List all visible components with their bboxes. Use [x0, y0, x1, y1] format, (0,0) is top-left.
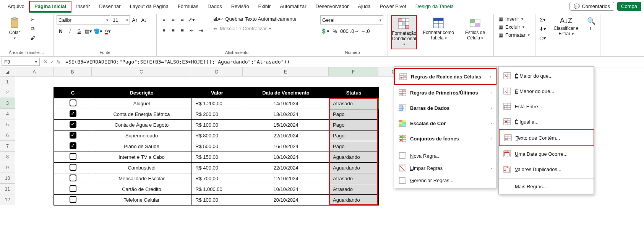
menu-item-limpar-regras[interactable]: Limpar Regras› [394, 162, 496, 174]
tab-design-da-tabela[interactable]: Design da Tabela [411, 2, 458, 11]
formula-input[interactable]: =SE(B3=VERDADEIRO;"Pago";SE(E(B3=FALSO;E… [63, 58, 644, 65]
cell-valor[interactable]: R$ 100,00 [191, 195, 243, 205]
select-all-corner[interactable]: ◢ [0, 67, 15, 77]
tab-revis-o[interactable]: Revisão [227, 2, 254, 11]
enter-formula-button[interactable]: ✓ [50, 59, 54, 65]
conditional-formatting-button[interactable]: Formatação Condicional ▾ [391, 15, 417, 49]
row-header-1[interactable]: 1 [0, 77, 15, 87]
tab-desenvolvedor[interactable]: Desenvolvedor [311, 2, 354, 11]
col-header-F[interactable]: F [329, 67, 378, 77]
cell-valor[interactable]: R$ 700,00 [191, 173, 243, 184]
row-header-5[interactable]: 5 [0, 119, 15, 130]
menu-item-gerenciar-regras...[interactable]: Gerenciar Regras... [394, 174, 496, 186]
align-center-button[interactable]: ≡ [169, 26, 177, 34]
cell-vencimento[interactable]: 13/10/2024 [243, 109, 329, 120]
copy-button[interactable]: ⧉ [28, 24, 37, 33]
row-header-10[interactable]: 10 [0, 173, 15, 184]
cell-desc[interactable]: Conta de Água e Esgoto [92, 120, 191, 130]
cell-status[interactable]: Pago [329, 120, 379, 130]
cell-desc[interactable]: Aluguel [92, 98, 191, 109]
underline-button[interactable]: S [75, 27, 83, 35]
tab-p-gina-inicial[interactable]: Página Inicial [29, 1, 71, 13]
menu-item-uma-data-que-ocorre-[interactable]: Uma Data que Ocorre... [499, 146, 594, 161]
row-header-6[interactable]: 6 [0, 130, 15, 141]
cell-vencimento[interactable]: 22/10/2024 [243, 163, 329, 173]
name-box[interactable]: F3▾ [2, 58, 40, 66]
cell-vencimento[interactable]: 14/10/2024 [243, 98, 329, 109]
cell-vencimento[interactable]: 20/10/2024 [243, 195, 329, 205]
checkbox[interactable] [70, 142, 76, 149]
borders-button[interactable]: ▦▾ [84, 27, 92, 35]
menu-item--menor-do-que-[interactable]: <É Menor do que... [499, 83, 594, 99]
cell-styles-button[interactable]: Estilos de Célula ▾ [460, 15, 490, 42]
cell-desc[interactable]: Mensalidade Escolar [92, 173, 191, 184]
row-header-11[interactable]: 11 [0, 184, 15, 194]
menu-item-texto-que-cont-m-[interactable]: abTexto que Contém... [499, 129, 594, 146]
cut-button[interactable]: ✂ [28, 15, 37, 24]
menu-item-nova-regra...[interactable]: Nova Regra... [394, 150, 496, 162]
checkbox[interactable] [70, 132, 76, 139]
menu-item--igual-a-[interactable]: =É Igual a... [499, 114, 594, 129]
cell-status[interactable]: Aguardando [329, 163, 379, 173]
font-size-combo[interactable]: 11▾ [111, 15, 130, 24]
checkbox[interactable] [70, 175, 76, 181]
menu-item-conjuntos-de-cones[interactable]: Conjuntos de Ícones› [394, 131, 496, 146]
cell-valor[interactable]: R$ 1.000,00 [191, 184, 243, 195]
checkbox[interactable] [70, 99, 76, 106]
italic-button[interactable]: I [66, 27, 74, 35]
checkbox[interactable] [70, 185, 76, 192]
checkbox[interactable] [70, 164, 76, 171]
menu-item--maior-do-que-[interactable]: >É Maior do que... [499, 68, 594, 83]
col-header-D[interactable]: D [191, 67, 243, 77]
align-bottom-button[interactable]: ≡ [178, 15, 187, 24]
cell-valor[interactable]: R$ 400,00 [191, 163, 243, 173]
format-painter-button[interactable]: 🖌 [28, 34, 37, 42]
merge-center-button[interactable]: ⬌Mesclar e Centralizar ▾ [212, 25, 298, 32]
bold-button[interactable]: N [57, 27, 65, 35]
cell-desc[interactable]: Combustível [92, 163, 191, 173]
increase-indent-button[interactable]: ⇥ [196, 26, 205, 34]
cell-desc[interactable]: Supermercado [92, 130, 191, 141]
row-header-3[interactable]: 3 [0, 98, 15, 109]
menu-item-valores-duplicados-[interactable]: Valores Duplicados... [499, 161, 594, 177]
tab-f-rmulas[interactable]: Fórmulas [173, 2, 203, 11]
menu-item-regras-de-realce-das-c-lulas[interactable]: ≤Regras de Realce das Células› [394, 68, 496, 85]
cell-status[interactable]: Atrasado [329, 184, 379, 195]
format-as-table-button[interactable]: Formatar como Tabela ▾ [419, 15, 457, 42]
row-header-8[interactable]: 8 [0, 152, 15, 162]
insert-cells-button[interactable]: ▦Inserir▾ [497, 15, 525, 23]
tab-power-pivot[interactable]: Power Pivot [375, 2, 410, 11]
cell-vencimento[interactable]: 15/10/2024 [243, 120, 329, 130]
sort-filter-button[interactable]: A↓Z Classificar e Filtrar ▾ [549, 15, 583, 38]
col-header-A[interactable]: A [15, 67, 54, 77]
cell-status[interactable]: Atrasado [329, 98, 379, 109]
cell-valor[interactable]: R$ 200,00 [191, 109, 243, 120]
cell-valor[interactable]: R$ 800,00 [191, 130, 243, 141]
autosum-button[interactable]: Σ▾ [539, 15, 547, 24]
cell-status[interactable]: Aguardando [329, 152, 379, 163]
find-select-button[interactable]: 🔍 L [585, 15, 597, 33]
menu-item-escalas-de-cor[interactable]: Escalas de Cor› [394, 116, 496, 131]
align-left-button[interactable]: ≡ [160, 26, 168, 34]
format-cells-button[interactable]: ▦Formatar▾ [497, 31, 531, 39]
tab-exibir[interactable]: Exibir [254, 2, 276, 11]
row-header-12[interactable]: 12 [0, 194, 15, 205]
cell-status[interactable]: Atrasado [329, 173, 379, 184]
fill-color-button[interactable]: 🪣▾ [93, 27, 103, 35]
tab-inserir[interactable]: Inserir [71, 2, 94, 11]
align-top-button[interactable]: ≡ [160, 15, 168, 24]
row-header-2[interactable]: 2 [0, 87, 15, 98]
cells-area[interactable]: CDescriçãoValorData de VencimentoStatusA… [15, 77, 409, 207]
menu-item-regras-de-primeiros-ltimos[interactable]: 10Regras de Primeiros/Últimos› [394, 85, 496, 100]
cell-vencimento[interactable]: 12/10/2024 [243, 173, 329, 184]
increase-decimal-button[interactable]: .0→ [350, 27, 360, 35]
col-header-C[interactable]: C [92, 67, 191, 77]
tab-layout-da-p-gina[interactable]: Layout da Página [125, 2, 173, 11]
percent-format-button[interactable]: % [331, 27, 339, 35]
tab-ajuda[interactable]: Ajuda [353, 2, 375, 11]
font-color-button[interactable]: A▾ [104, 27, 112, 35]
row-header-7[interactable]: 7 [0, 141, 15, 152]
cancel-formula-button[interactable]: ✕ [44, 59, 48, 65]
wrap-text-button[interactable]: ab↩Quebrar Texto Automaticamente [212, 15, 298, 23]
number-format-combo[interactable]: Geral▾ [320, 15, 383, 24]
